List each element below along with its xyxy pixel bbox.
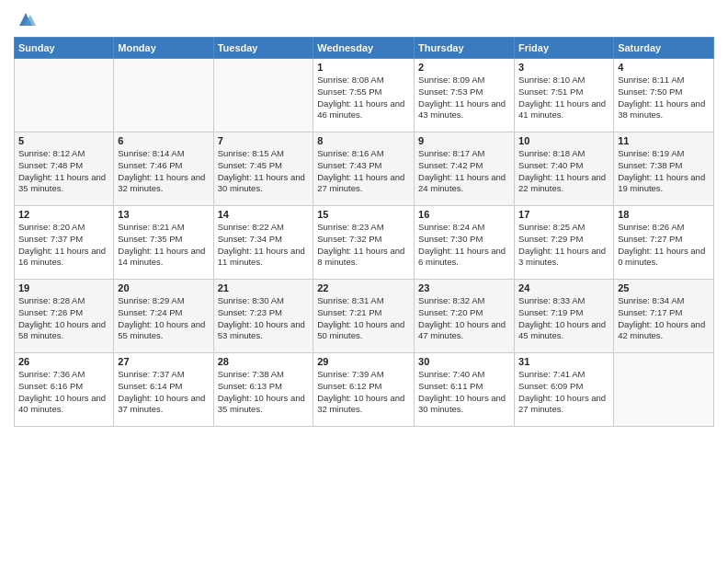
calendar-cell: 24Sunrise: 8:33 AM Sunset: 7:19 PM Dayli… — [515, 280, 614, 353]
calendar-cell — [213, 59, 313, 132]
calendar-cell: 7Sunrise: 8:15 AM Sunset: 7:45 PM Daylig… — [213, 132, 313, 206]
day-number: 31 — [518, 356, 609, 367]
calendar-cell: 28Sunrise: 7:38 AM Sunset: 6:13 PM Dayli… — [213, 353, 313, 427]
weekday-header-wednesday: Wednesday — [313, 38, 415, 59]
day-info: Sunrise: 8:22 AM Sunset: 7:34 PM Dayligh… — [218, 222, 310, 269]
calendar-cell: 16Sunrise: 8:24 AM Sunset: 7:30 PM Dayli… — [415, 206, 515, 280]
weekday-header-saturday: Saturday — [614, 38, 714, 59]
calendar-week-row: 5Sunrise: 8:12 AM Sunset: 7:48 PM Daylig… — [15, 132, 714, 206]
calendar-cell: 4Sunrise: 8:11 AM Sunset: 7:50 PM Daylig… — [614, 59, 714, 132]
calendar-table: SundayMondayTuesdayWednesdayThursdayFrid… — [14, 37, 714, 427]
calendar-header-row: SundayMondayTuesdayWednesdayThursdayFrid… — [15, 38, 714, 59]
calendar-cell: 30Sunrise: 7:40 AM Sunset: 6:11 PM Dayli… — [415, 353, 515, 427]
calendar-week-row: 12Sunrise: 8:20 AM Sunset: 7:37 PM Dayli… — [15, 206, 714, 280]
day-info: Sunrise: 7:37 AM Sunset: 6:14 PM Dayligh… — [118, 369, 209, 416]
calendar-cell: 22Sunrise: 8:31 AM Sunset: 7:21 PM Dayli… — [313, 280, 415, 353]
day-info: Sunrise: 8:17 AM Sunset: 7:42 PM Dayligh… — [418, 148, 510, 195]
calendar-cell: 1Sunrise: 8:08 AM Sunset: 7:55 PM Daylig… — [313, 59, 415, 132]
day-number: 19 — [18, 282, 109, 293]
calendar-cell: 31Sunrise: 7:41 AM Sunset: 6:09 PM Dayli… — [515, 353, 614, 427]
calendar-cell: 10Sunrise: 8:18 AM Sunset: 7:40 PM Dayli… — [515, 132, 614, 206]
calendar-cell: 17Sunrise: 8:25 AM Sunset: 7:29 PM Dayli… — [515, 206, 614, 280]
calendar-cell: 2Sunrise: 8:09 AM Sunset: 7:53 PM Daylig… — [415, 59, 515, 132]
weekday-header-monday: Monday — [114, 38, 213, 59]
day-info: Sunrise: 8:21 AM Sunset: 7:35 PM Dayligh… — [118, 222, 209, 269]
day-number: 4 — [618, 62, 710, 73]
weekday-header-sunday: Sunday — [15, 38, 114, 59]
day-info: Sunrise: 8:29 AM Sunset: 7:24 PM Dayligh… — [118, 295, 209, 342]
calendar-cell — [114, 59, 213, 132]
calendar-cell: 8Sunrise: 8:16 AM Sunset: 7:43 PM Daylig… — [313, 132, 415, 206]
day-number: 17 — [518, 209, 609, 220]
weekday-header-friday: Friday — [515, 38, 614, 59]
day-info: Sunrise: 7:40 AM Sunset: 6:11 PM Dayligh… — [418, 369, 510, 416]
calendar-cell: 21Sunrise: 8:30 AM Sunset: 7:23 PM Dayli… — [213, 280, 313, 353]
day-number: 7 — [218, 135, 310, 146]
calendar-cell: 27Sunrise: 7:37 AM Sunset: 6:14 PM Dayli… — [114, 353, 213, 427]
day-info: Sunrise: 8:18 AM Sunset: 7:40 PM Dayligh… — [518, 148, 609, 195]
day-number: 9 — [418, 135, 510, 146]
logo — [14, 9, 36, 29]
day-number: 12 — [18, 209, 109, 220]
day-number: 10 — [518, 135, 609, 146]
calendar-cell: 23Sunrise: 8:32 AM Sunset: 7:20 PM Dayli… — [415, 280, 515, 353]
day-number: 21 — [218, 282, 310, 293]
day-number: 18 — [618, 209, 710, 220]
day-number: 25 — [618, 282, 710, 293]
day-number: 23 — [418, 282, 510, 293]
calendar-cell: 18Sunrise: 8:26 AM Sunset: 7:27 PM Dayli… — [614, 206, 714, 280]
day-info: Sunrise: 8:23 AM Sunset: 7:32 PM Dayligh… — [317, 222, 410, 269]
day-number: 6 — [118, 135, 209, 146]
calendar-cell: 9Sunrise: 8:17 AM Sunset: 7:42 PM Daylig… — [415, 132, 515, 206]
day-number: 22 — [317, 282, 410, 293]
day-info: Sunrise: 8:08 AM Sunset: 7:55 PM Dayligh… — [317, 75, 410, 121]
day-number: 26 — [18, 356, 109, 367]
day-info: Sunrise: 8:15 AM Sunset: 7:45 PM Dayligh… — [218, 148, 310, 195]
calendar-cell: 12Sunrise: 8:20 AM Sunset: 7:37 PM Dayli… — [15, 206, 114, 280]
calendar-cell: 14Sunrise: 8:22 AM Sunset: 7:34 PM Dayli… — [213, 206, 313, 280]
calendar-cell: 13Sunrise: 8:21 AM Sunset: 7:35 PM Dayli… — [114, 206, 213, 280]
day-info: Sunrise: 8:12 AM Sunset: 7:48 PM Dayligh… — [18, 148, 109, 195]
day-info: Sunrise: 7:36 AM Sunset: 6:16 PM Dayligh… — [18, 369, 109, 416]
calendar-cell: 11Sunrise: 8:19 AM Sunset: 7:38 PM Dayli… — [614, 132, 714, 206]
day-info: Sunrise: 8:26 AM Sunset: 7:27 PM Dayligh… — [618, 222, 710, 269]
logo-icon — [16, 9, 36, 29]
calendar-cell: 15Sunrise: 8:23 AM Sunset: 7:32 PM Dayli… — [313, 206, 415, 280]
calendar-cell: 29Sunrise: 7:39 AM Sunset: 6:12 PM Dayli… — [313, 353, 415, 427]
day-info: Sunrise: 8:31 AM Sunset: 7:21 PM Dayligh… — [317, 295, 410, 342]
day-number: 29 — [317, 356, 410, 367]
day-info: Sunrise: 7:41 AM Sunset: 6:09 PM Dayligh… — [518, 369, 609, 416]
calendar-cell: 3Sunrise: 8:10 AM Sunset: 7:51 PM Daylig… — [515, 59, 614, 132]
day-info: Sunrise: 8:34 AM Sunset: 7:17 PM Dayligh… — [618, 295, 710, 342]
day-info: Sunrise: 8:14 AM Sunset: 7:46 PM Dayligh… — [118, 148, 209, 195]
day-number: 13 — [118, 209, 209, 220]
day-info: Sunrise: 8:32 AM Sunset: 7:20 PM Dayligh… — [418, 295, 510, 342]
day-info: Sunrise: 8:20 AM Sunset: 7:37 PM Dayligh… — [18, 222, 109, 269]
day-info: Sunrise: 8:10 AM Sunset: 7:51 PM Dayligh… — [518, 75, 609, 121]
calendar-cell: 25Sunrise: 8:34 AM Sunset: 7:17 PM Dayli… — [614, 280, 714, 353]
calendar-week-row: 26Sunrise: 7:36 AM Sunset: 6:16 PM Dayli… — [15, 353, 714, 427]
day-number: 27 — [118, 356, 209, 367]
calendar-cell — [614, 353, 714, 427]
day-info: Sunrise: 8:16 AM Sunset: 7:43 PM Dayligh… — [317, 148, 410, 195]
calendar-cell: 6Sunrise: 8:14 AM Sunset: 7:46 PM Daylig… — [114, 132, 213, 206]
calendar-week-row: 19Sunrise: 8:28 AM Sunset: 7:26 PM Dayli… — [15, 280, 714, 353]
calendar-week-row: 1Sunrise: 8:08 AM Sunset: 7:55 PM Daylig… — [15, 59, 714, 132]
day-number: 30 — [418, 356, 510, 367]
calendar-cell: 26Sunrise: 7:36 AM Sunset: 6:16 PM Dayli… — [15, 353, 114, 427]
day-number: 5 — [18, 135, 109, 146]
day-number: 15 — [317, 209, 410, 220]
day-number: 16 — [418, 209, 510, 220]
header — [14, 9, 714, 29]
page-container: SundayMondayTuesdayWednesdayThursdayFrid… — [0, 0, 728, 436]
weekday-header-tuesday: Tuesday — [213, 38, 313, 59]
day-info: Sunrise: 8:24 AM Sunset: 7:30 PM Dayligh… — [418, 222, 510, 269]
day-number: 3 — [518, 62, 609, 73]
day-number: 24 — [518, 282, 609, 293]
day-info: Sunrise: 8:11 AM Sunset: 7:50 PM Dayligh… — [618, 75, 710, 121]
day-info: Sunrise: 8:25 AM Sunset: 7:29 PM Dayligh… — [518, 222, 609, 269]
day-number: 8 — [317, 135, 410, 146]
weekday-header-thursday: Thursday — [415, 38, 515, 59]
calendar-cell: 19Sunrise: 8:28 AM Sunset: 7:26 PM Dayli… — [15, 280, 114, 353]
day-number: 28 — [218, 356, 310, 367]
